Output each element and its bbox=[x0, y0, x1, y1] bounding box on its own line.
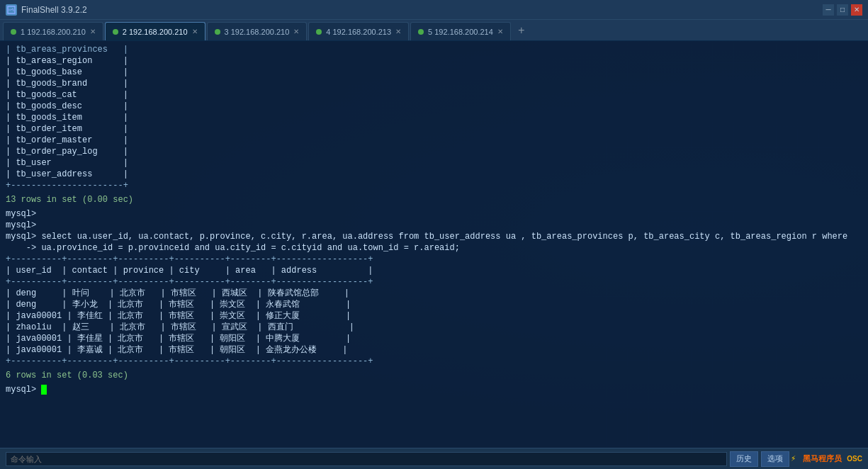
terminal-output[interactable]: | tb_areas_provinces | | tb_areas_region… bbox=[0, 41, 868, 448]
tab-1[interactable]: 1 192.168.200.210 ✕ bbox=[3, 22, 103, 40]
table-border: +----------------------+ bbox=[6, 180, 862, 191]
new-tab-button[interactable]: + bbox=[512, 22, 531, 40]
rows-info-1: 13 rows in set (0.00 sec) bbox=[6, 194, 862, 205]
app-title: FinalShell 3.9.2.2 bbox=[21, 5, 823, 15]
result-separator-1: +----------+---------+----------+-------… bbox=[6, 254, 862, 265]
sql-command-continued: -> ua.province_id = p.provinceid and ua.… bbox=[6, 242, 862, 254]
result-row-3: | java00001 | 李佳红 | 北京市 | 市辖区 | 崇文区 | 修正… bbox=[6, 310, 862, 322]
window-controls: ─ □ ✕ bbox=[823, 4, 862, 16]
tab-1-label: 1 192.168.200.210 bbox=[21, 28, 86, 36]
result-row-2: | deng | 李小龙 | 北京市 | 市辖区 | 崇文区 | 永春武馆 | bbox=[6, 299, 862, 310]
close-button[interactable]: ✕ bbox=[851, 4, 862, 16]
mysql-prompt-3: mysql> bbox=[6, 384, 862, 395]
result-row-1: | deng | 叶问 | 北京市 | 市辖区 | 西城区 | 陕春武馆总部 | bbox=[6, 288, 862, 299]
table-row: | tb_areas_provinces | bbox=[6, 44, 862, 55]
history-button[interactable]: 历史 bbox=[730, 451, 758, 467]
tab-1-close[interactable]: ✕ bbox=[90, 28, 96, 35]
cursor bbox=[41, 385, 47, 395]
command-input[interactable] bbox=[6, 452, 727, 466]
result-row-5: | java00001 | 李佳星 | 北京市 | 市辖区 | 朝阳区 | 中腾… bbox=[6, 333, 862, 344]
result-header: | user_id | contact | province | city | … bbox=[6, 265, 862, 276]
rows-info-2: 6 rows in set (0.03 sec) bbox=[6, 370, 862, 381]
result-row-6: | java00001 | 李嘉诚 | 北京市 | 市辖区 | 朝阳区 | 金燕… bbox=[6, 344, 862, 356]
table-row: | tb_areas_region | bbox=[6, 55, 862, 67]
table-row: | tb_goods_item | bbox=[6, 112, 862, 123]
sql-command-line: mysql> select ua.user_id, ua.contact, p.… bbox=[6, 231, 862, 242]
table-row: | tb_user | bbox=[6, 157, 862, 169]
table-row: | tb_goods_base | bbox=[6, 67, 862, 78]
table-row: | tb_goods_desc | bbox=[6, 101, 862, 112]
result-separator-3: +----------+---------+----------+-------… bbox=[6, 356, 862, 367]
app-icon bbox=[6, 4, 17, 16]
title-bar: FinalShell 3.9.2.2 ─ □ ✕ bbox=[0, 0, 868, 20]
tab-status-dot bbox=[215, 29, 220, 35]
result-separator-2: +----------+---------+----------+-------… bbox=[6, 276, 862, 288]
tab-status-dot bbox=[113, 29, 118, 35]
tab-5[interactable]: 5 192.168.200.214 ✕ bbox=[410, 22, 511, 40]
tab-5-label: 5 192.168.200.214 bbox=[428, 28, 493, 36]
mysql-prompt-1: mysql> bbox=[6, 208, 862, 220]
table-row: | tb_order_item | bbox=[6, 123, 862, 135]
minimize-button[interactable]: ─ bbox=[823, 4, 834, 16]
tab-4-close[interactable]: ✕ bbox=[395, 28, 401, 35]
tab-4[interactable]: 4 192.168.200.213 ✕ bbox=[308, 22, 409, 40]
table-row: | tb_goods_brand | bbox=[6, 78, 862, 89]
tab-5-close[interactable]: ✕ bbox=[497, 28, 503, 35]
maximize-button[interactable]: □ bbox=[837, 4, 848, 16]
tab-3[interactable]: 3 192.168.200.210 ✕ bbox=[207, 22, 308, 40]
tab-2-label: 2 192.168.200.210 bbox=[123, 28, 188, 36]
tab-3-close[interactable]: ✕ bbox=[293, 28, 299, 35]
tab-status-dot bbox=[11, 29, 16, 35]
bottom-bar: 历史 选项 ⚡ 黑马程序员 OSC bbox=[0, 448, 868, 469]
table-row: | tb_user_address | bbox=[6, 169, 862, 180]
tab-2[interactable]: 2 192.168.200.210 ✕ bbox=[105, 22, 205, 40]
table-row: | tb_order_master | bbox=[6, 135, 862, 146]
result-row-4: | zhaoliu | 赵三 | 北京市 | 市辖区 | 宣武区 | 西直门 | bbox=[6, 322, 862, 333]
tab-status-dot bbox=[316, 29, 322, 35]
table-row: | tb_order_pay_log | bbox=[6, 146, 862, 157]
tab-3-label: 3 192.168.200.210 bbox=[225, 28, 290, 36]
table-row: | tb_goods_cat | bbox=[6, 89, 862, 101]
tab-2-close[interactable]: ✕ bbox=[192, 28, 198, 35]
options-button[interactable]: 选项 bbox=[761, 451, 789, 467]
tab-4-label: 4 192.168.200.213 bbox=[326, 28, 391, 36]
brand-logo: 黑马程序员 OSC bbox=[803, 453, 862, 464]
lightning-icon: ⚡ bbox=[791, 453, 796, 464]
tab-bar: 1 192.168.200.210 ✕ 2 192.168.200.210 ✕ … bbox=[0, 20, 868, 41]
mysql-prompt-2: mysql> bbox=[6, 220, 862, 231]
tab-status-dot bbox=[418, 29, 424, 35]
